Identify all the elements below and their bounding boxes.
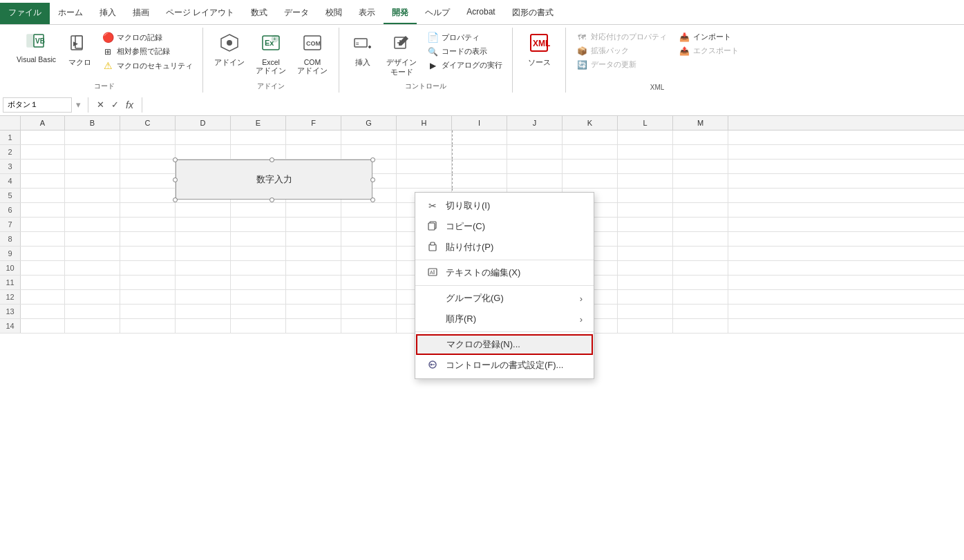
cell-m3[interactable] [673, 160, 728, 173]
tab-draw[interactable]: 描画 [124, 3, 158, 24]
resize-handle-bl[interactable] [173, 197, 178, 202]
tab-data[interactable]: データ [276, 3, 317, 24]
cell-c11[interactable] [120, 276, 176, 289]
cell-f1[interactable] [286, 131, 341, 144]
cell-a4[interactable] [21, 174, 65, 188]
cell-f10[interactable] [286, 261, 341, 275]
cell-g10[interactable] [341, 261, 397, 275]
cell-b8[interactable] [65, 232, 120, 246]
cell-g11[interactable] [341, 276, 397, 289]
cell-d8[interactable] [176, 232, 231, 246]
spreadsheet-button[interactable]: 数字入力 [176, 160, 372, 200]
properties-button[interactable]: 📄 プロパティ [424, 30, 505, 44]
cell-c1[interactable] [120, 131, 176, 144]
cell-c5[interactable] [120, 189, 176, 202]
resize-handle-br[interactable] [370, 197, 375, 202]
cell-l13[interactable] [618, 305, 673, 318]
cell-b12[interactable] [65, 290, 120, 304]
cell-b4[interactable] [65, 174, 120, 188]
source-button[interactable]: XML ソース [522, 29, 556, 70]
expansion-pack-button[interactable]: 📦 拡張パック [573, 44, 670, 57]
dialog-run-button[interactable]: ▶ ダイアログの実行 [424, 59, 505, 72]
cell-b7[interactable] [65, 218, 120, 231]
cell-d10[interactable] [176, 261, 231, 275]
cell-f13[interactable] [286, 305, 341, 318]
resize-handle-ml[interactable] [173, 177, 178, 182]
macro-button[interactable]: ▶ マクロ [63, 29, 96, 70]
cell-g2[interactable] [341, 145, 397, 159]
cell-b6[interactable] [65, 203, 120, 217]
cell-b13[interactable] [65, 305, 120, 318]
ctx-item-cut[interactable]: ✂ 切り取り(I) [415, 195, 594, 216]
cell-c4[interactable] [120, 174, 176, 188]
col-header-i[interactable]: I [452, 116, 507, 130]
cell-e2[interactable] [231, 145, 286, 159]
cell-g12[interactable] [341, 290, 397, 304]
cell-m10[interactable] [673, 261, 728, 275]
cell-l12[interactable] [618, 290, 673, 304]
ctx-item-copy[interactable]: コピー(C) [415, 216, 594, 237]
cell-d12[interactable] [176, 290, 231, 304]
col-header-k[interactable]: K [563, 116, 618, 130]
cell-g6[interactable] [341, 203, 397, 217]
cell-l2[interactable] [618, 145, 673, 159]
cell-g8[interactable] [341, 232, 397, 246]
cell-m1[interactable] [673, 131, 728, 144]
col-header-g[interactable]: G [341, 116, 397, 130]
name-box-dropdown[interactable]: ▾ [75, 99, 82, 110]
cell-b14[interactable] [65, 319, 120, 333]
cell-c2[interactable] [120, 145, 176, 159]
cell-i3[interactable] [452, 160, 507, 173]
tab-home[interactable]: ホーム [50, 3, 91, 24]
cell-j3[interactable] [507, 160, 563, 173]
cell-c3[interactable] [120, 160, 176, 173]
cell-b3[interactable] [65, 160, 120, 173]
cell-a12[interactable] [21, 290, 65, 304]
resize-handle-tl[interactable] [173, 157, 178, 162]
cell-d1[interactable] [176, 131, 231, 144]
cell-l7[interactable] [618, 218, 673, 231]
import-button[interactable]: 📥 インポート [675, 30, 741, 44]
insert-control-button[interactable]: ≡ 挿入 [346, 29, 379, 70]
cell-m4[interactable] [673, 174, 728, 188]
cell-a1[interactable] [21, 131, 65, 144]
cell-a6[interactable] [21, 203, 65, 217]
ctx-item-assign-macro[interactable]: マクロの登録(N)... [416, 334, 593, 355]
formula-input[interactable] [148, 99, 961, 110]
ctx-item-group[interactable]: グループ化(G) › [415, 288, 594, 309]
cell-a11[interactable] [21, 276, 65, 289]
cell-j1[interactable] [507, 131, 563, 144]
name-box[interactable]: ボタン１ [3, 97, 72, 113]
macro-security-button[interactable]: ⚠ マクロのセキュリティ [99, 59, 196, 73]
cell-a5[interactable] [21, 189, 65, 202]
cell-h2[interactable] [397, 145, 452, 159]
ctx-item-edit-text[interactable]: A テキストの編集(X) [415, 262, 594, 283]
cell-f6[interactable] [286, 203, 341, 217]
com-addin-button[interactable]: COM COM アドイン [293, 29, 332, 79]
cell-k2[interactable] [563, 145, 618, 159]
cell-a3[interactable] [21, 160, 65, 173]
col-header-e[interactable]: E [231, 116, 286, 130]
cell-b10[interactable] [65, 261, 120, 275]
cell-d2[interactable] [176, 145, 231, 159]
cell-e13[interactable] [231, 305, 286, 318]
cell-l9[interactable] [618, 247, 673, 260]
cell-d9[interactable] [176, 247, 231, 260]
col-header-a[interactable]: A [21, 116, 65, 130]
cell-e10[interactable] [231, 261, 286, 275]
cell-f11[interactable] [286, 276, 341, 289]
cell-j4[interactable] [507, 174, 563, 188]
map-properties-button[interactable]: 🗺 対応付けのプロパティ [573, 30, 670, 44]
cell-f7[interactable] [286, 218, 341, 231]
addin-button[interactable]: アドイン [210, 29, 249, 70]
view-code-button[interactable]: 🔍 コードの表示 [424, 45, 505, 58]
cell-f2[interactable] [286, 145, 341, 159]
cell-a8[interactable] [21, 232, 65, 246]
cell-c10[interactable] [120, 261, 176, 275]
cell-g9[interactable] [341, 247, 397, 260]
cell-a9[interactable] [21, 247, 65, 260]
cell-l5[interactable] [618, 189, 673, 202]
cell-e12[interactable] [231, 290, 286, 304]
cell-m11[interactable] [673, 276, 728, 289]
cell-m2[interactable] [673, 145, 728, 159]
